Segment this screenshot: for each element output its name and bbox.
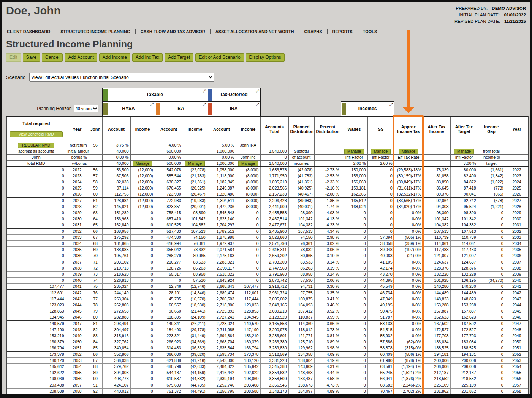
cell-year: 2028 xyxy=(66,204,89,210)
edit-or-add-scenario-button[interactable]: Edit or Add Scenario xyxy=(195,53,244,62)
group-hysa[interactable]: HYSA ⤢ xyxy=(102,102,155,116)
cell-planned-distribution: 134,358 xyxy=(288,351,314,358)
cell-after-tax-income: 167,502 xyxy=(423,321,450,327)
group-ba[interactable]: BA ⤢ xyxy=(155,102,207,116)
expand-icon[interactable]: ⤢ xyxy=(203,88,206,94)
setup-cell-accounts-total: 1,540,000 xyxy=(260,148,288,154)
cell-wages: 0 xyxy=(341,283,367,290)
nav-item-cash-flow-and-tax-advisor[interactable]: CASH FLOW AND TAX ADVISOR xyxy=(136,29,211,34)
view-beneficial-rmd-button[interactable]: View Beneficial RMD xyxy=(10,131,63,137)
cell-accounts-total: 3,345,380 xyxy=(260,363,288,370)
add-account-button[interactable]: Add Account xyxy=(65,53,97,62)
cell-ba-account: 90,660 xyxy=(155,308,183,314)
group-incomes[interactable]: Incomes ⤢ xyxy=(341,102,394,116)
cell-ba-account: 825,275 xyxy=(155,394,183,398)
cell-ira-account: 2,518,022 xyxy=(207,271,236,277)
save-button[interactable]: Save xyxy=(23,53,40,62)
cell-after-tax-income: 206,006 xyxy=(423,363,450,370)
cell-accounts-total: 3,332,878 xyxy=(260,394,288,398)
cell-after-tax-target: 104,382 xyxy=(450,222,478,228)
cell-hysa-account: 424,107 xyxy=(102,382,130,389)
nav-item-structured-income-planning[interactable]: STRUCTURED INCOME PLANNING xyxy=(55,29,135,34)
cell-after-tax-target: 162,623 xyxy=(450,314,478,321)
expand-icon[interactable]: ⤢ xyxy=(203,102,206,107)
cell-ba-account: 542,078 xyxy=(155,167,183,173)
cell-hysa-account: 235,324 xyxy=(102,283,130,290)
cell-planned-distribution: 86,203 xyxy=(288,265,314,271)
nav-item-tools[interactable]: TOOLS xyxy=(358,29,382,34)
manage-button[interactable]: Manage xyxy=(399,149,418,154)
nav-item-asset-allocation-and-net-worth[interactable]: ASSET ALLOCATION AND NET WORTH xyxy=(211,29,299,34)
expand-icon[interactable]: ⤢ xyxy=(150,102,154,107)
cell-hysa-account: 156,963 xyxy=(102,216,130,222)
col-header-hysa-account: Account xyxy=(102,116,130,142)
cell-year-right: 2049 xyxy=(505,333,529,339)
cell-accounts-total: 2,747,560 xyxy=(260,265,288,271)
cell-percent-distribution: 3.10 % xyxy=(314,253,341,259)
display-options-button[interactable]: Display Options xyxy=(246,53,285,62)
nav-item-graphs[interactable]: GRAPHS xyxy=(299,29,327,34)
cell-john: 72 xyxy=(89,265,102,271)
scenario-select[interactable]: View/Edit Actual Values Function Initial… xyxy=(29,73,214,82)
group-ira[interactable]: IRA ⤢ xyxy=(207,102,260,116)
nav-item-reports[interactable]: REPORTS xyxy=(328,29,358,34)
cell-ba-income: (42,033) xyxy=(183,363,207,370)
cell-year-right: 2051 xyxy=(505,345,529,351)
group-taxable[interactable]: Taxable ⤢ xyxy=(102,88,207,102)
setup-cell-year: w/bonus xyxy=(66,160,89,167)
cell-hysa-income: 0 xyxy=(130,271,155,277)
cell-hysa-account: 128,984 xyxy=(102,197,130,204)
spacer xyxy=(260,88,529,102)
cell-after-tax-target: 84,872 xyxy=(450,179,478,185)
manage-button[interactable]: Manage xyxy=(238,161,258,166)
cell-year: 2053 xyxy=(66,357,89,363)
add-inc-tax-button[interactable]: Add Inc Tax xyxy=(132,53,163,62)
cell-planned-distribution: 76,361 xyxy=(288,240,314,246)
expand-icon[interactable]: ⤢ xyxy=(256,88,259,94)
cell-year-right: 2036 xyxy=(505,253,529,259)
planning-horizon-select[interactable]: 40 years xyxy=(74,105,98,112)
cell-ira-account: 1,058,000 xyxy=(207,167,236,173)
cancel-button[interactable]: Cancel xyxy=(42,53,63,62)
table-row: 140,579204781293,4910149,341(26,211)2,72… xyxy=(6,321,529,327)
cell-income-gap: 0 xyxy=(478,321,505,327)
cell-after-tax-target: 238,818 xyxy=(450,394,478,398)
cell-after-tax-target: 225,109 xyxy=(450,382,478,389)
cell-wages: 0 xyxy=(341,271,367,277)
nav-item-client-dashboard[interactable]: CLIENT DASHBOARD xyxy=(6,29,55,34)
cell-year-right: 2034 xyxy=(505,240,529,246)
manage-button[interactable]: Manage xyxy=(454,149,474,154)
cell-wages: 0 xyxy=(341,302,367,308)
cell-year: 2023 xyxy=(66,173,89,179)
add-target-button[interactable]: Add Target xyxy=(165,53,193,62)
cell-ba-account: 66,557 xyxy=(155,302,183,308)
regular-rmd-badge: REGULAR RMD xyxy=(18,143,54,148)
cell-planned-distribution: 88,958 xyxy=(288,271,314,277)
cell-hysa-account: 112,756 xyxy=(102,191,130,197)
table-row: 0203468181,8650416,99476,3611,972,93702,… xyxy=(6,240,529,246)
setup-cell-percent-distribution xyxy=(314,160,341,167)
cell-percent-distribution: 3.89 % xyxy=(314,339,341,345)
manage-button[interactable]: Manage xyxy=(133,161,152,166)
cell-year: 2059 xyxy=(66,394,89,398)
cell-ba-income: (41,216) xyxy=(183,357,207,363)
manage-button[interactable]: Manage xyxy=(185,161,205,166)
cell-after-tax-income: 78,339 xyxy=(423,167,450,173)
add-income-button[interactable]: Add Income xyxy=(99,53,130,62)
cell-ira-account: 2,252,746 xyxy=(207,382,236,389)
table-row: 153,219204983315,9160223,321(31,449)2,69… xyxy=(6,333,529,339)
cell-approx-income-tax: (21)-0% xyxy=(394,253,423,259)
cell-ss: 61,980 xyxy=(367,357,394,363)
group-tax-deferred[interactable]: Tax-Deferred ⤢ xyxy=(207,88,260,102)
edit-button[interactable]: Edit xyxy=(6,53,21,62)
manage-button[interactable]: Manage xyxy=(371,149,391,154)
cell-hysa-income: 0 xyxy=(130,345,155,351)
cell-approx-income-tax: (3,177)-3% xyxy=(394,394,423,398)
cell-after-tax-target: 188,525 xyxy=(450,345,478,351)
spacer xyxy=(6,88,102,102)
expand-icon[interactable]: ⤢ xyxy=(390,102,393,107)
manage-button[interactable]: Manage xyxy=(344,149,364,154)
cell-after-tax-income: 157,887 xyxy=(423,308,450,314)
setup-cell-john xyxy=(89,160,102,167)
expand-icon[interactable]: ⤢ xyxy=(256,102,259,107)
